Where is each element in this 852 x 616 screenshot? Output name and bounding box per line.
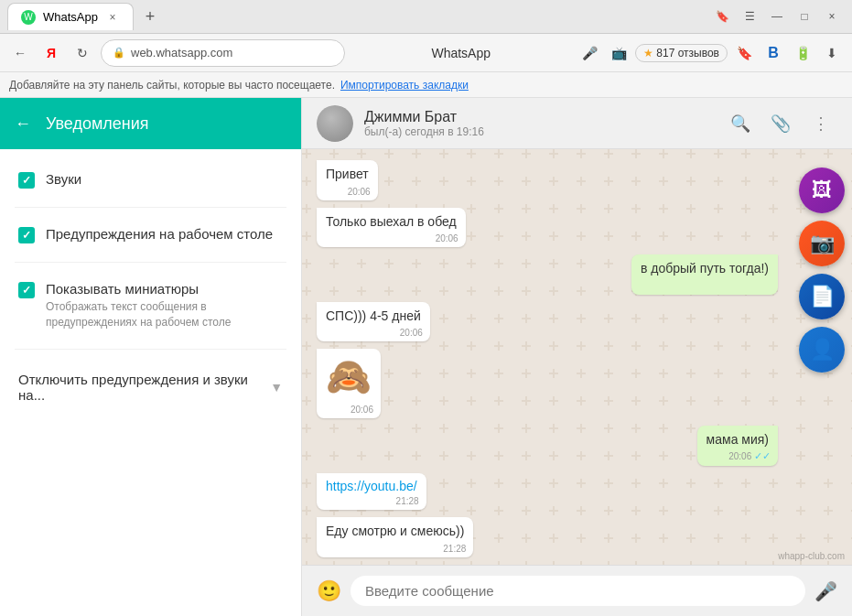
address-box[interactable]: 🔒 web.whatsapp.com [101, 39, 345, 67]
message-time: 20:06 [348, 187, 371, 197]
chat-header-actions: 🔍 📎 ⋮ [724, 107, 837, 140]
divider-3 [15, 349, 286, 350]
fab-container: 🖼 📷 📄 👤 [799, 168, 845, 373]
message-text: СПС))) 4-5 дней [326, 308, 421, 323]
bookmark-titlebar-btn[interactable]: 🔖 [709, 4, 735, 29]
message-row: мама мия) 20:06 ✓✓ [317, 426, 837, 466]
new-tab-button[interactable]: + [137, 4, 163, 29]
avatar-image [317, 105, 353, 142]
yandex-button[interactable]: Я [38, 40, 64, 66]
message-text: мама мия) [706, 432, 769, 447]
address-bar: ← Я ↻ 🔒 web.whatsapp.com WhatsApp 🎤 📺 ★ … [0, 34, 852, 72]
bookmark-btn[interactable]: 🔖 [731, 40, 757, 66]
message-row: Привет 20:06 [317, 160, 837, 200]
close-btn[interactable]: × [819, 4, 845, 29]
fab-camera-btn[interactable]: 📷 [799, 221, 845, 266]
message-link[interactable]: https://youtu.be/ [326, 479, 417, 493]
chat-attach-btn[interactable]: 📎 [764, 107, 797, 140]
voice-message-btn[interactable]: 🎤 [814, 580, 837, 602]
contact-avatar [317, 105, 353, 142]
message-bubble: СПС))) 4-5 дней 20:06 [317, 302, 430, 342]
titlebar-controls: 🔖 ☰ — □ × [709, 4, 845, 29]
message-emoji: 🙈 [326, 356, 372, 396]
divider-1 [15, 207, 286, 208]
message-time: 20:06 [436, 233, 458, 243]
message-text: Привет [326, 167, 369, 181]
thumbnails-label: Показывать миниатюры [46, 281, 283, 297]
contact-name: Джимми Брат [364, 109, 713, 125]
chat-input-area: 🙂 🎤 [302, 565, 852, 616]
url-text: web.whatsapp.com [131, 46, 333, 59]
message-bubble: 🙈 20:06 [317, 349, 381, 418]
message-input[interactable] [351, 576, 805, 606]
watermark: whapp-club.com [778, 551, 845, 561]
mute-row[interactable]: Отключить предупреждения и звуки на... ▼ [15, 361, 286, 414]
notifications-header: ← Уведомления [0, 98, 301, 149]
bookmarks-text: Добавляйте на эту панель сайты, которые … [9, 79, 335, 92]
tab-favicon: W [21, 10, 36, 25]
tab-title: WhatsApp [43, 10, 98, 24]
minimize-btn[interactable]: — [764, 4, 790, 29]
desktop-alerts-label: Предупреждения на рабочем столе [46, 226, 273, 242]
chat-body: 🖼 📷 📄 👤 Привет 20:06 Только выехал в обе… [302, 149, 852, 565]
message-bubble: Привет 20:06 [317, 160, 378, 200]
battery-btn[interactable]: 🔋 [790, 40, 815, 66]
desktop-alerts-checkbox[interactable] [18, 227, 35, 243]
cast-toolbar-btn[interactable]: 📺 [606, 40, 631, 66]
message-bubble: мама мия) 20:06 ✓✓ [697, 426, 778, 466]
yandex-b-btn[interactable]: В [760, 40, 786, 66]
notifications-title: Уведомления [46, 114, 149, 134]
chat-search-btn[interactable]: 🔍 [724, 107, 757, 140]
back-to-settings-btn[interactable]: ← [15, 114, 31, 134]
message-bubble: https://youtu.be/ 21:28 [317, 473, 426, 510]
chat-panel: Джимми Брат был(-а) сегодня в 19:16 🔍 📎 … [302, 98, 852, 616]
toolbar-right: 🎤 📺 ★ 817 отзывов 🔖 В 🔋 ⬇ [577, 40, 845, 66]
setting-sounds: Звуки [15, 164, 286, 196]
star-icon: ★ [643, 47, 653, 59]
whatsapp-app: ← Уведомления Звуки Предупреждения на ра… [0, 98, 852, 616]
bookmarks-bar: Добавляйте на эту панель сайты, которые … [0, 72, 852, 98]
message-bubble: в добрый путь тогда!) [631, 254, 778, 295]
tab-close-btn[interactable]: × [105, 10, 120, 25]
message-row: 🙈 20:06 [317, 349, 837, 418]
contact-info: Джимми Брат был(-а) сегодня в 19:16 [364, 109, 713, 138]
fab-image-btn[interactable]: 🖼 [799, 168, 845, 213]
settings-body: Звуки Предупреждения на рабочем столе По… [0, 149, 301, 428]
message-row: в добрый путь тогда!) [317, 254, 837, 295]
fab-contact-btn[interactable]: 👤 [799, 327, 845, 373]
thumbnails-checkbox[interactable] [18, 282, 35, 298]
rating-badge[interactable]: ★ 817 отзывов [635, 44, 728, 62]
message-text: Еду смотрю и смеюсь)) [326, 524, 464, 538]
message-time: 20:06 [400, 328, 423, 338]
message-text: Только выехал в обед [326, 214, 457, 229]
import-bookmarks-link[interactable]: Импортировать закладки [340, 79, 469, 92]
contact-status: был(-а) сегодня в 19:16 [364, 125, 713, 138]
mute-label: Отключить предупреждения и звуки на... [18, 372, 270, 403]
sounds-label-group: Звуки [46, 171, 81, 187]
fab-document-btn[interactable]: 📄 [799, 274, 845, 319]
divider-2 [15, 262, 286, 263]
message-row: Еду смотрю и смеюсь)) 21:28 [317, 517, 837, 557]
message-time: 21:28 [443, 544, 466, 554]
mic-toolbar-btn[interactable]: 🎤 [577, 40, 602, 66]
message-ticks: ✓✓ [754, 450, 771, 461]
notifications-panel: ← Уведомления Звуки Предупреждения на ра… [0, 98, 302, 616]
emoji-picker-btn[interactable]: 🙂 [317, 579, 341, 603]
chat-more-btn[interactable]: ⋮ [804, 107, 837, 140]
message-time: 20:06 [351, 405, 373, 415]
back-button[interactable]: ← [7, 40, 33, 66]
sounds-checkbox[interactable] [18, 172, 35, 189]
lock-icon: 🔒 [113, 47, 125, 59]
setting-thumbnails: Показывать миниатюры Отображать текст со… [15, 274, 286, 338]
active-tab[interactable]: W WhatsApp × [7, 3, 134, 30]
reload-button[interactable]: ↻ [70, 40, 95, 66]
rating-text: 817 отзывов [656, 47, 719, 59]
message-row: СПС))) 4-5 дней 20:06 [317, 302, 837, 342]
message-bubble: Еду смотрю и смеюсь)) 21:28 [317, 517, 473, 557]
menu-titlebar-btn[interactable]: ☰ [737, 4, 762, 29]
thumbnails-label-group: Показывать миниатюры Отображать текст со… [46, 281, 283, 330]
page-title: WhatsApp [351, 46, 571, 60]
maximize-btn[interactable]: □ [792, 4, 817, 29]
chat-header: Джимми Брат был(-а) сегодня в 19:16 🔍 📎 … [302, 98, 852, 149]
download-btn[interactable]: ⬇ [819, 40, 845, 66]
